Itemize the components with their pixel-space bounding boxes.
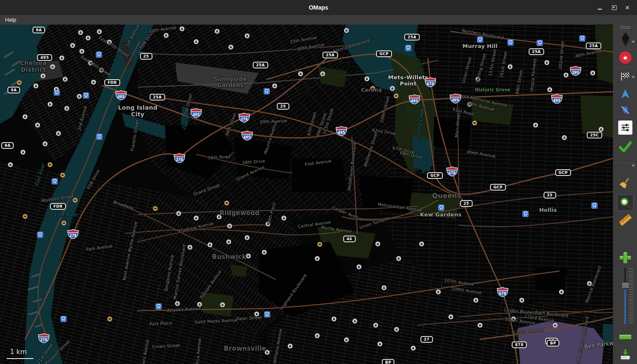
map-canvas[interactable]: Chelsea DistrictLong Island CitySunnysid…	[0, 25, 613, 364]
location-button[interactable]	[613, 103, 637, 118]
search-button[interactable]	[613, 194, 637, 211]
layers-dropdown-arrow[interactable]	[632, 41, 635, 43]
zoom-out-button[interactable]	[613, 331, 637, 342]
drag-handle-icon	[620, 26, 631, 29]
menu-bar: Help	[0, 15, 637, 25]
search-icon	[619, 197, 631, 208]
separator	[616, 67, 634, 68]
bookmarks-button[interactable]: ★	[613, 50, 637, 65]
zoom-slider-ticks	[629, 269, 633, 324]
maximize-icon	[612, 5, 617, 10]
plus-icon	[619, 252, 631, 264]
maximize-button[interactable]	[607, 0, 621, 15]
minus-icon	[619, 334, 632, 339]
layers-button[interactable]	[613, 30, 637, 47]
search-active-frame	[617, 194, 634, 211]
route-flag-dropdown-arrow[interactable]	[632, 76, 635, 78]
measure-button[interactable]	[613, 212, 637, 227]
separator	[616, 163, 634, 163]
zoom-slider-handle[interactable]	[622, 282, 629, 289]
minimize-icon	[598, 9, 602, 10]
drag-handle[interactable]	[613, 25, 637, 30]
route-options-button[interactable]	[613, 120, 637, 135]
close-button[interactable]: ✕	[620, 0, 634, 15]
scale-line	[7, 358, 33, 359]
close-icon: ✕	[625, 5, 630, 11]
scale-bar: 1 km	[7, 348, 33, 362]
zoom-in-button[interactable]	[613, 251, 637, 265]
navigation-arrow-icon	[621, 89, 630, 98]
layers-icon	[620, 33, 630, 44]
toolbar: ★	[613, 25, 637, 364]
scale-label: 1 km	[10, 348, 33, 356]
checkered-flag-icon	[621, 73, 630, 80]
broom-icon	[620, 177, 631, 188]
location-disabled-icon	[620, 105, 630, 115]
map-base-layer	[0, 25, 613, 364]
zoom-slider-track-lower	[624, 290, 626, 324]
ruler-icon	[619, 213, 632, 226]
checkmark-icon	[619, 141, 632, 152]
title-bar[interactable]: OMaps ✕	[0, 0, 637, 15]
omaps-window: { "window": { "title": "OMaps", "menu_it…	[0, 0, 637, 364]
menu-help[interactable]: Help	[0, 15, 21, 25]
accept-button[interactable]	[613, 140, 637, 154]
window-title: OMaps	[0, 0, 637, 15]
download-icon	[619, 349, 631, 360]
minimize-button[interactable]	[593, 0, 607, 15]
separator	[616, 49, 634, 50]
sliders-icon	[618, 120, 632, 135]
clear-button[interactable]	[613, 175, 637, 191]
navigation-button[interactable]	[613, 86, 637, 101]
bookmarks-star-icon: ★	[619, 51, 632, 64]
expander-dropdown-arrow[interactable]	[632, 165, 635, 167]
download-maps-button[interactable]	[613, 346, 637, 362]
